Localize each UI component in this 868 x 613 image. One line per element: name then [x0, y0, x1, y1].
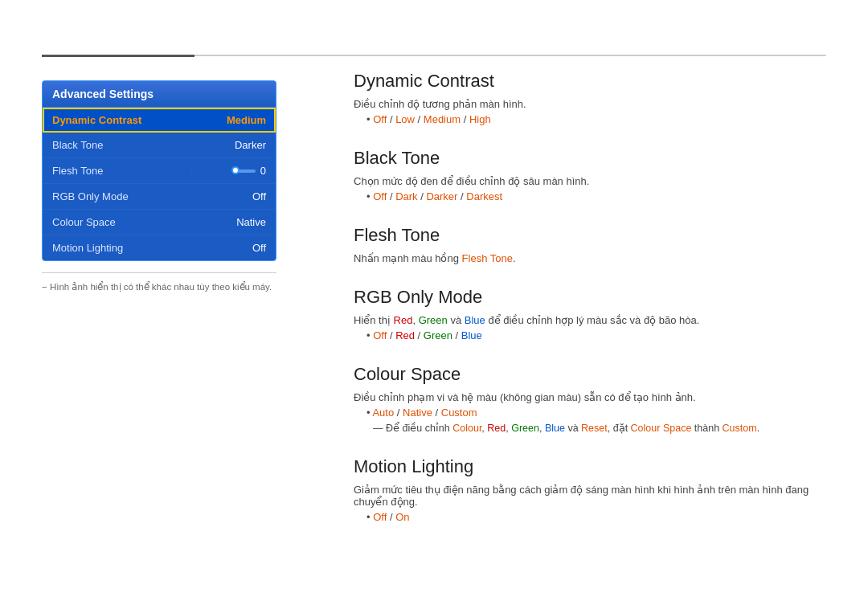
- settings-label-flesh-tone: Flesh Tone: [52, 165, 103, 177]
- section-desc-flesh-tone: Nhấn mạnh màu hồng Flesh Tone.: [354, 252, 826, 264]
- settings-value-colour-space: Native: [236, 216, 266, 228]
- opt-off-bt: Off: [373, 190, 387, 202]
- opt-dark-bt: Dark: [395, 190, 417, 202]
- subnote-reset: Reset: [581, 423, 608, 434]
- opt-blue-rgb: Blue: [461, 329, 482, 341]
- settings-value-flesh-tone: 0: [260, 165, 266, 177]
- opt-off-rgb: Off: [373, 329, 387, 341]
- panel-note: − Hình ảnh hiển thị có thể khác nhau tùy…: [42, 272, 276, 292]
- section-options-dynamic-contrast: Off / Low / Medium / High: [354, 113, 826, 125]
- rgb-desc-end: để điều chỉnh hợp lý màu sắc và độ bão h…: [485, 314, 700, 326]
- section-desc-dynamic-contrast: Điều chỉnh độ tương phản màn hình.: [354, 98, 826, 110]
- settings-item-rgb-only-mode[interactable]: RGB Only Mode Off: [43, 184, 276, 210]
- subnote-comma3: ,: [539, 423, 545, 434]
- slider-thumb: [231, 166, 240, 174]
- opt-green-rgb: Green: [424, 329, 452, 341]
- section-title-flesh-tone: Flesh Tone: [354, 225, 826, 246]
- advanced-settings-box: Advanced Settings Dynamic Contrast Mediu…: [42, 80, 276, 261]
- section-title-black-tone: Black Tone: [354, 148, 826, 169]
- subnote-green: Green: [511, 423, 539, 434]
- opt-custom-cs: Custom: [441, 407, 477, 419]
- section-options-rgb-only-mode: Off / Red / Green / Blue: [354, 329, 826, 341]
- subnote-text-start: Để điều chỉnh: [386, 423, 452, 434]
- flesh-tone-slider-group: 0: [191, 165, 266, 177]
- settings-item-colour-space[interactable]: Colour Space Native: [43, 210, 276, 235]
- settings-value-rgb-only-mode: Off: [252, 190, 266, 202]
- section-motion-lighting: Motion Lighting Giảm mức tiêu thụ điện n…: [354, 456, 826, 523]
- subnote-thanh: thành: [691, 423, 722, 434]
- right-content: Dynamic Contrast Điều chỉnh độ tương phả…: [354, 71, 826, 546]
- settings-label-colour-space: Colour Space: [52, 216, 116, 228]
- rgb-desc-blue: Blue: [465, 314, 485, 326]
- settings-label-black-tone: Black Tone: [52, 139, 103, 151]
- section-title-rgb-only-mode: RGB Only Mode: [354, 287, 826, 308]
- subnote-mid: , đặt: [608, 423, 631, 434]
- section-desc-motion-lighting: Giảm mức tiêu thụ điện năng bằng cách gi…: [354, 484, 826, 508]
- opt-darker-bt: Darker: [426, 190, 457, 202]
- opt-low-dc: Low: [395, 113, 415, 125]
- opt-native-cs: Native: [403, 407, 432, 419]
- opt-off-dc: Off: [373, 113, 387, 125]
- section-options-colour-space: Auto / Native / Custom: [354, 407, 826, 419]
- subnote-period: .: [757, 423, 760, 434]
- section-title-colour-space: Colour Space: [354, 364, 826, 385]
- section-flesh-tone: Flesh Tone Nhấn mạnh màu hồng Flesh Tone…: [354, 225, 826, 264]
- section-colour-space: Colour Space Điều chỉnh phạm vi và hệ mà…: [354, 364, 826, 434]
- settings-item-black-tone[interactable]: Black Tone Darker: [43, 133, 276, 158]
- slider-track[interactable]: [191, 170, 256, 173]
- rgb-desc-start: Hiển thị: [354, 314, 394, 326]
- section-rgb-only-mode: RGB Only Mode Hiển thị Red, Green và Blu…: [354, 287, 826, 341]
- opt-red-rgb: Red: [395, 329, 415, 341]
- subnote-blue: Blue: [545, 423, 565, 434]
- rgb-desc-red: Red: [394, 314, 413, 326]
- settings-value-motion-lighting: Off: [252, 242, 266, 254]
- flesh-tone-highlight: Flesh Tone: [462, 252, 513, 264]
- rgb-desc-green: Green: [419, 314, 448, 326]
- section-options-black-tone: Off / Dark / Darker / Darkest: [354, 190, 826, 202]
- settings-label-motion-lighting: Motion Lighting: [52, 242, 123, 254]
- subnote-colour-space-ref: Colour Space: [631, 423, 692, 434]
- opt-medium-dc: Medium: [424, 113, 461, 125]
- slider-fill: [191, 170, 235, 173]
- opt-darkest-bt: Darkest: [466, 190, 502, 202]
- settings-label-dynamic-contrast: Dynamic Contrast: [52, 114, 141, 126]
- section-dynamic-contrast: Dynamic Contrast Điều chỉnh độ tương phả…: [354, 71, 826, 125]
- settings-label-rgb-only-mode: RGB Only Mode: [52, 190, 129, 202]
- section-options-motion-lighting: Off / On: [354, 511, 826, 523]
- flesh-tone-desc-end: .: [513, 252, 516, 264]
- top-accent-bar: [42, 55, 194, 57]
- opt-auto-cs: Auto: [372, 407, 394, 419]
- subnote-custom-ref: Custom: [723, 423, 757, 434]
- settings-item-motion-lighting[interactable]: Motion Lighting Off: [43, 235, 276, 260]
- opt-high-dc: High: [469, 113, 491, 125]
- subnote-red: Red: [487, 423, 506, 434]
- settings-value-dynamic-contrast: Medium: [227, 114, 266, 126]
- settings-item-dynamic-contrast[interactable]: Dynamic Contrast Medium: [43, 108, 276, 133]
- section-desc-rgb-only-mode: Hiển thị Red, Green và Blue để điều chỉn…: [354, 314, 826, 326]
- section-title-dynamic-contrast: Dynamic Contrast: [354, 71, 826, 92]
- settings-value-black-tone: Darker: [235, 139, 266, 151]
- subnote-and: và: [565, 423, 581, 434]
- rgb-desc-comma1: ,: [412, 314, 418, 326]
- opt-off-ml: Off: [373, 511, 387, 523]
- opt-on-ml: On: [395, 511, 409, 523]
- section-title-motion-lighting: Motion Lighting: [354, 456, 826, 477]
- advanced-settings-title: Advanced Settings: [43, 81, 276, 108]
- left-panel: Advanced Settings Dynamic Contrast Mediu…: [42, 80, 276, 292]
- colour-space-subnote: ― Để điều chỉnh Colour, Red, Green, Blue…: [354, 422, 826, 434]
- rgb-desc-and: và: [448, 314, 465, 326]
- flesh-tone-desc-text: Nhấn mạnh màu hồng: [354, 252, 462, 264]
- section-desc-black-tone: Chọn mức độ đen để điều chỉnh độ sâu màn…: [354, 175, 826, 187]
- section-black-tone: Black Tone Chọn mức độ đen để điều chỉnh…: [354, 148, 826, 202]
- settings-item-flesh-tone[interactable]: Flesh Tone 0: [43, 158, 276, 184]
- section-desc-colour-space: Điều chỉnh phạm vi và hệ màu (không gian…: [354, 391, 826, 403]
- subnote-colour: Colour: [452, 423, 481, 434]
